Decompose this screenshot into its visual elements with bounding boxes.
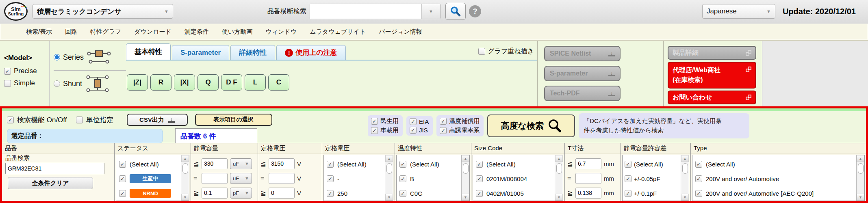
tab-detailed-characteristics[interactable]: 詳細特性 [230,45,275,60]
param-button-c[interactable]: C [268,74,289,91]
scroll-thumb[interactable] [858,163,864,174]
automotive-checkbox[interactable] [371,127,378,134]
precise-checkbox[interactable] [4,68,11,75]
spice-netlist-button[interactable]: SPICE Netlist ↓ [544,46,621,61]
scroll-down-icon[interactable]: ▼ [555,194,563,201]
scroll-down-icon[interactable]: ▼ [681,194,689,201]
capacitance-min-unit-select[interactable]: pF▼ [230,188,252,199]
capacitance-min-input[interactable] [202,188,228,199]
shunt-radio-row[interactable]: Shunt [54,73,126,94]
high-dielectric-row[interactable]: 高誘電率系 [440,127,480,134]
param-button-x[interactable]: |X| [174,74,195,91]
list-item[interactable]: 生産中 [119,171,181,186]
simple-checkbox-row[interactable]: Simple [4,79,49,87]
contact-button[interactable]: お問い合わせ [668,91,756,104]
list-item[interactable]: 200V and over/ Automotive [AEC-Q200] [695,186,856,201]
item-checkbox[interactable] [399,190,406,197]
menu-download[interactable]: ダウンロード [128,28,178,36]
scrollbar[interactable]: ▲▼ [555,155,563,201]
item-checkbox[interactable] [695,190,702,197]
select-all-checkbox[interactable] [399,161,406,168]
scroll-up-icon[interactable]: ▲ [181,155,189,162]
automotive-row[interactable]: 車載用 [371,127,399,134]
tab-s-parameter[interactable]: S-parameter [172,45,229,60]
scrollbar[interactable]: ▲▼ [681,155,689,201]
list-item[interactable]: NRND [119,186,181,201]
scroll-down-icon[interactable]: ▼ [385,194,393,201]
part-search-input[interactable] [5,163,104,174]
tech-pdf-button[interactable]: Tech-PDF ↓ [544,86,621,101]
distributor-stock-search-button[interactable]: 代理店/Web商社 (在庫検索) [668,62,756,89]
capacitance-max-input[interactable] [202,158,228,169]
item-checkbox[interactable] [327,175,334,182]
list-item[interactable]: - [327,171,385,186]
list-item[interactable]: B [399,171,461,186]
item-checkbox[interactable] [327,190,334,197]
menu-circuit[interactable]: 回路 [59,28,84,36]
select-all-checkbox[interactable] [625,161,631,168]
consumer-row[interactable]: 民生用 [371,117,399,125]
scroll-down-icon[interactable]: ▼ [857,194,864,201]
simple-checkbox[interactable] [4,80,11,87]
t-max-input[interactable] [575,158,601,169]
param-button-l[interactable]: L [245,74,266,91]
voltage-min-input[interactable] [269,188,295,199]
list-item[interactable]: 0201M/008004 [476,171,555,186]
param-button-r[interactable]: R [150,74,171,91]
item-checkbox[interactable] [476,190,483,197]
menu-measurement-condition[interactable]: 測定条件 [178,28,215,36]
list-item[interactable]: (Select All) [327,157,385,171]
menu-window[interactable]: ウィンドウ [259,28,303,36]
tab-basic-characteristics[interactable]: 基本特性 [126,43,171,60]
shunt-radio[interactable] [54,80,60,87]
precise-checkbox-row[interactable]: Precise [4,67,49,75]
item-checkbox[interactable] [625,175,631,182]
temp-compensation-row[interactable]: 温度補償用 [440,117,480,125]
param-button-z[interactable]: |Z| [127,74,148,91]
product-detail-button[interactable]: 製品詳細 [668,46,756,60]
scrollbar[interactable]: ▲▼ [856,155,864,201]
jis-row[interactable]: JIS [410,127,429,134]
list-item[interactable]: (Select All) [476,157,555,171]
select-all-checkbox[interactable] [695,161,702,168]
scroll-thumb[interactable] [556,163,562,174]
list-item[interactable]: +/-0.1pF [625,186,681,201]
menu-howto-video[interactable]: 使い方動画 [215,28,259,36]
select-all-checkbox[interactable] [327,161,334,168]
scroll-up-icon[interactable]: ▲ [555,155,563,162]
menu-search-display[interactable]: 検索/表示 [20,28,59,36]
list-item[interactable]: 250 [327,186,385,201]
tab-usage-caution[interactable]: ! 使用上の注意 [276,45,345,60]
high-dielectric-checkbox[interactable] [440,127,447,134]
series-radio[interactable] [54,54,60,60]
eia-checkbox[interactable] [410,118,417,125]
list-item[interactable]: (Select All) [695,157,856,171]
voltage-max-input[interactable] [269,158,295,169]
item-checkbox[interactable] [695,175,702,182]
scroll-up-icon[interactable]: ▲ [385,155,393,162]
scroll-up-icon[interactable]: ▲ [462,155,469,162]
list-item[interactable]: +/-0.05pF [625,171,681,186]
graph-overlay-checkbox[interactable] [478,48,485,55]
language-select[interactable]: Japanese ▼ [702,4,775,19]
cross-search-input[interactable] [310,4,421,19]
scroll-thumb[interactable] [463,163,469,174]
scroll-up-icon[interactable]: ▲ [681,155,689,162]
item-checkbox[interactable] [476,175,483,182]
list-item[interactable]: (Select All) [119,157,181,171]
select-all-checkbox[interactable] [476,161,483,168]
menu-murata-website[interactable]: ムラタウェブサイト [303,28,372,36]
advanced-search-button[interactable]: 高度な検索 [487,114,575,137]
scroll-thumb[interactable] [682,163,688,174]
scrollbar[interactable]: ▲▼ [181,155,189,201]
scrollbar[interactable]: ▲▼ [385,155,393,201]
search-onoff-checkbox[interactable] [7,117,14,123]
nrnd-checkbox[interactable] [119,190,126,197]
param-button-df[interactable]: D F [221,74,242,91]
temp-compensation-checkbox[interactable] [440,118,447,125]
scroll-up-icon[interactable]: ▲ [857,155,864,162]
csv-export-button[interactable]: CSV出力 ↓ [127,114,188,126]
menu-version-info[interactable]: バージョン情報 [372,28,428,36]
scroll-thumb[interactable] [386,163,392,174]
list-item[interactable]: 0402M/01005 [476,186,555,201]
